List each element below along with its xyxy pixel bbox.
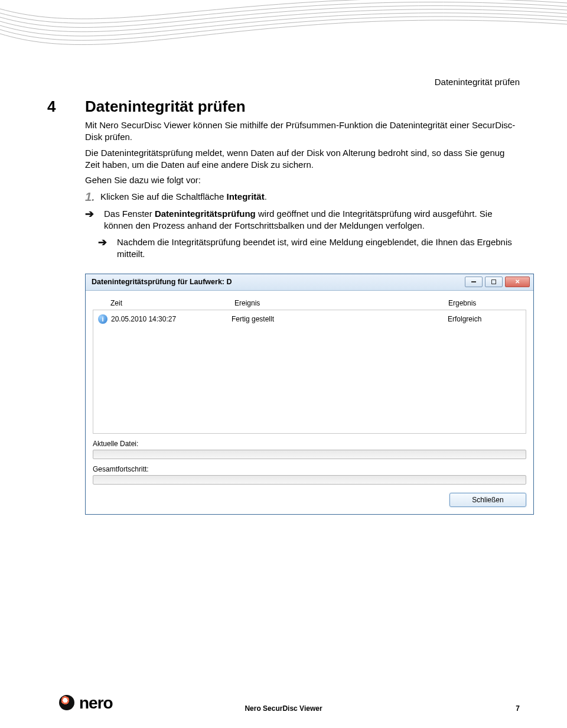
window-body: Zeit Ereignis Ergebnis i 20.05.2010 14:3… <box>86 291 533 514</box>
text: . <box>265 191 267 202</box>
overall-progress-label: Gesamtfortschritt: <box>93 465 526 473</box>
cell-result: Erfolgreich <box>448 315 519 323</box>
cell-time: 20.05.2010 14:30:27 <box>111 315 232 323</box>
paragraph: Gehen Sie dazu wie folgt vor: <box>85 174 520 186</box>
button-name-bold: Integrität <box>226 191 264 202</box>
arrow-right-icon: ➔ <box>98 236 111 261</box>
maximize-button[interactable] <box>485 277 503 287</box>
maximize-icon <box>491 280 496 284</box>
overall-progress <box>93 475 526 485</box>
column-time: Zeit <box>110 299 234 307</box>
result-item: ➔ Das Fenster Datenintegritätsprüfung wi… <box>85 208 520 232</box>
close-button[interactable]: ✕ <box>505 277 530 287</box>
arrow-right-icon: ➔ <box>85 208 98 232</box>
window-name-bold: Datenintegritätsprüfung <box>155 209 256 219</box>
table-header: Zeit Ereignis Ergebnis <box>93 295 526 308</box>
minimize-icon <box>471 281 476 282</box>
result-item: ➔ Nachdem die Integritätsprüfung beendet… <box>98 236 520 261</box>
paragraph: Mit Nero SecurDisc Viewer können Sie mit… <box>85 119 520 144</box>
current-file-progress <box>93 450 526 459</box>
column-result: Ergebnis <box>448 299 519 307</box>
titlebar: Datenintegritätsprüfung für Laufwerk: D … <box>86 274 533 291</box>
info-icon: i <box>98 314 107 324</box>
step-item: 1. Klicken Sie auf die Schaltfläche Inte… <box>85 191 520 203</box>
page-context-label: Datenintegrität prüfen <box>47 77 520 87</box>
section-number: 4 <box>47 98 71 116</box>
window-title: Datenintegritätsprüfung für Laufwerk: D <box>92 278 232 286</box>
column-event: Ereignis <box>234 299 448 307</box>
table-row: i 20.05.2010 14:30:27 Fertig gestellt Er… <box>93 313 526 326</box>
window-controls: ✕ <box>465 277 530 287</box>
step-text: Klicken Sie auf die Schaltfläche Integri… <box>100 191 267 203</box>
text: Das Fenster <box>104 209 155 219</box>
result-text: Nachdem die Integritätsprüfung beendet i… <box>117 236 520 261</box>
close-dialog-button[interactable]: Schließen <box>449 493 526 507</box>
close-icon: ✕ <box>515 279 520 285</box>
footer-title: Nero SecurDisc Viewer <box>0 704 567 713</box>
page-footer: nero Nero SecurDisc Viewer 7 <box>0 694 567 713</box>
minimize-button[interactable] <box>465 277 483 287</box>
result-text: Das Fenster Datenintegritätsprüfung wird… <box>104 208 520 232</box>
current-file-label: Aktuelle Datei: <box>93 440 526 448</box>
app-window: Datenintegritätsprüfung für Laufwerk: D … <box>85 274 534 515</box>
section-title: Datenintegrität prüfen <box>85 98 246 116</box>
paragraph: Die Datenintegritätsprüfung meldet, wenn… <box>85 147 520 171</box>
text: Klicken Sie auf die Schaltfläche <box>100 191 226 202</box>
step-number: 1. <box>85 191 97 203</box>
log-panel: i 20.05.2010 14:30:27 Fertig gestellt Er… <box>93 310 526 434</box>
cell-event: Fertig gestellt <box>232 315 448 323</box>
